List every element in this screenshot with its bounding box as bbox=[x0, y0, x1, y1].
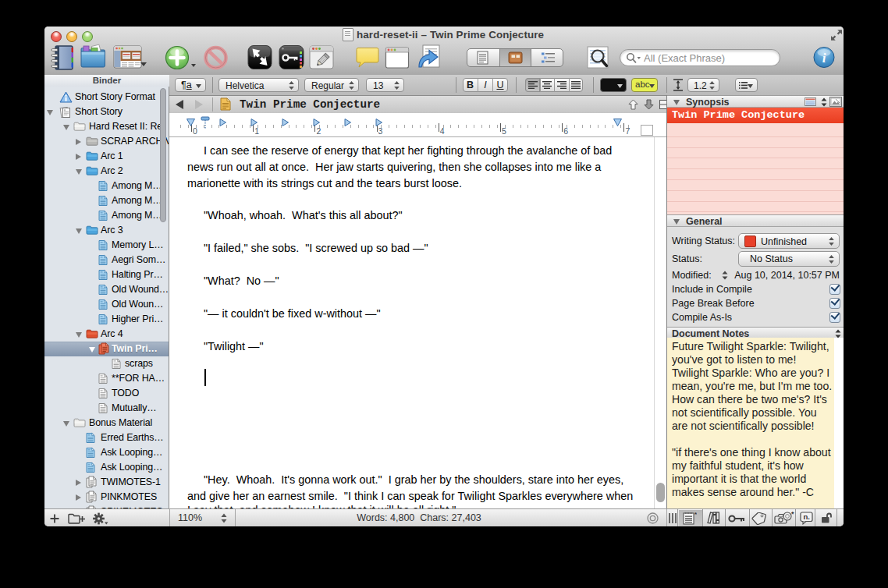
svg-text:n.: n. bbox=[804, 512, 810, 521]
svg-text:*: * bbox=[791, 512, 794, 518]
svg-text:*: * bbox=[694, 512, 697, 518]
svg-text:i: i bbox=[822, 51, 826, 66]
